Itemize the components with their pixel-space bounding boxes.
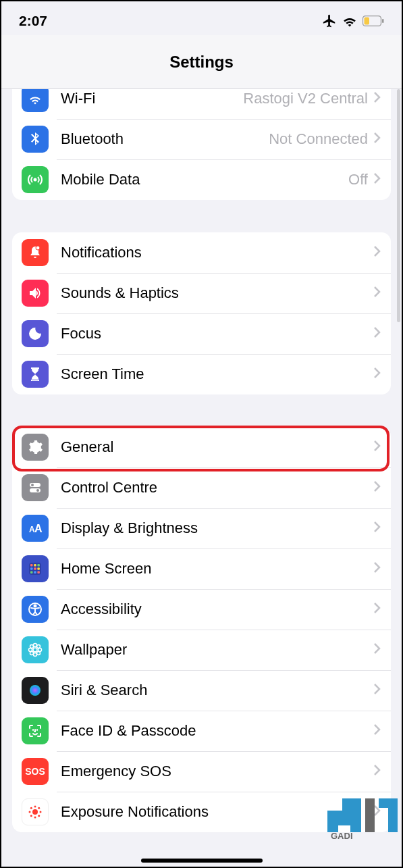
chevron-right-icon	[373, 91, 381, 106]
row-value: Off	[348, 171, 368, 188]
svg-rect-17	[37, 567, 40, 570]
svg-point-24	[34, 644, 37, 647]
row-mobile-data[interactable]: Mobile Data Off	[12, 159, 391, 200]
row-face-id-passcode[interactable]: Face ID & Passcode	[12, 711, 391, 751]
battery-icon	[362, 16, 384, 26]
gear-icon	[22, 434, 49, 461]
svg-point-29	[37, 645, 41, 648]
row-label: Wallpaper	[61, 641, 373, 659]
row-wifi[interactable]: Wi-Fi Rastogi V2 Central	[12, 89, 391, 119]
siri-icon	[22, 677, 49, 704]
status-bar: 2:07	[1, 1, 402, 35]
watermark-logo: GADI	[321, 787, 402, 844]
svg-point-34	[34, 806, 36, 808]
chevron-right-icon	[373, 764, 381, 779]
row-general[interactable]: General	[12, 427, 391, 467]
text-size-icon: AA	[22, 515, 49, 542]
home-indicator[interactable]	[141, 859, 263, 863]
row-value: Not Connected	[269, 130, 368, 148]
row-bluetooth[interactable]: Bluetooth Not Connected	[12, 119, 391, 159]
chevron-right-icon	[373, 326, 381, 341]
status-right	[322, 14, 384, 28]
row-label: Sounds & Haptics	[61, 284, 373, 302]
wifi-icon	[342, 15, 357, 27]
row-home-screen[interactable]: Home Screen	[12, 548, 391, 589]
chevron-right-icon	[373, 286, 381, 301]
row-label: Siri & Search	[61, 682, 373, 699]
svg-rect-19	[34, 571, 36, 573]
row-siri-search[interactable]: Siri & Search	[12, 670, 391, 711]
svg-point-28	[30, 645, 34, 648]
row-wallpaper[interactable]: Wallpaper	[12, 630, 391, 670]
bluetooth-icon	[22, 126, 49, 153]
chevron-right-icon	[373, 172, 381, 187]
row-label: Emergency SOS	[61, 763, 373, 780]
row-label: Screen Time	[61, 365, 373, 383]
row-screen-time[interactable]: Screen Time	[12, 354, 391, 394]
exposure-icon	[22, 798, 49, 825]
status-time: 2:07	[19, 13, 47, 29]
svg-point-31	[37, 652, 41, 655]
svg-point-30	[30, 652, 34, 655]
svg-point-36	[29, 811, 31, 813]
svg-rect-14	[37, 564, 40, 567]
svg-rect-13	[34, 564, 36, 567]
svg-point-32	[30, 685, 41, 696]
svg-point-37	[40, 811, 42, 813]
row-emergency-sos[interactable]: SOS Emergency SOS	[12, 751, 391, 792]
page-title: Settings	[169, 53, 234, 72]
svg-rect-2	[365, 18, 370, 25]
svg-text:A: A	[34, 523, 43, 534]
chevron-right-icon	[373, 132, 381, 147]
chevron-right-icon	[373, 642, 381, 657]
row-sounds-haptics[interactable]: Sounds & Haptics	[12, 273, 391, 313]
row-focus[interactable]: Focus	[12, 313, 391, 354]
flower-icon	[22, 636, 49, 663]
airplane-mode-icon	[322, 14, 337, 28]
svg-point-4	[36, 246, 40, 250]
svg-point-40	[30, 815, 32, 817]
svg-rect-18	[30, 571, 33, 573]
row-label: Mobile Data	[61, 171, 348, 188]
svg-point-25	[34, 653, 37, 657]
row-label: Notifications	[61, 244, 373, 261]
chevron-right-icon	[373, 561, 381, 576]
chevron-right-icon	[373, 367, 381, 382]
svg-point-41	[38, 815, 40, 817]
wifi-icon	[22, 89, 49, 112]
chevron-right-icon	[373, 683, 381, 698]
svg-point-6	[31, 484, 34, 486]
chevron-right-icon	[373, 521, 381, 536]
hourglass-icon	[22, 361, 49, 388]
row-label: Face ID & Passcode	[61, 722, 373, 740]
svg-point-23	[33, 648, 37, 652]
row-label: Control Centre	[61, 479, 373, 496]
settings-group-alerts: Notifications Sounds & Haptics Focus	[12, 232, 391, 394]
chevron-right-icon	[373, 245, 381, 260]
svg-rect-12	[30, 564, 33, 567]
scrollbar[interactable]	[397, 89, 400, 322]
face-id-icon	[22, 717, 49, 744]
page-title-bar: Settings	[1, 35, 402, 89]
svg-rect-20	[37, 571, 40, 573]
svg-rect-16	[34, 567, 36, 570]
svg-rect-1	[382, 19, 384, 23]
chevron-right-icon	[373, 602, 381, 617]
watermark-text: GADI	[331, 831, 353, 841]
row-notifications[interactable]: Notifications	[12, 232, 391, 273]
svg-rect-42	[365, 798, 375, 832]
row-control-centre[interactable]: Control Centre	[12, 467, 391, 508]
bell-icon	[22, 239, 49, 266]
row-accessibility[interactable]: Accessibility	[12, 589, 391, 630]
svg-point-26	[29, 648, 32, 652]
chevron-right-icon	[373, 440, 381, 455]
row-label: Display & Brightness	[61, 519, 373, 537]
svg-point-33	[32, 809, 38, 815]
svg-point-22	[34, 605, 36, 607]
row-label: Bluetooth	[61, 130, 269, 148]
sos-icon-text: SOS	[25, 766, 45, 777]
svg-point-8	[36, 489, 39, 492]
chevron-right-icon	[373, 723, 381, 738]
row-display-brightness[interactable]: AA Display & Brightness	[12, 508, 391, 548]
row-label: Accessibility	[61, 601, 373, 618]
